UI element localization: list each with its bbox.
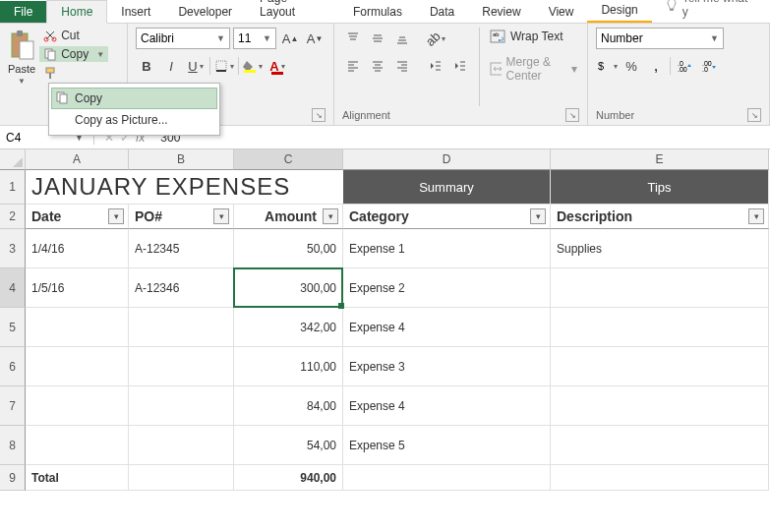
increase-decimal-button[interactable]: .0.00 (674, 55, 695, 77)
col-header-b[interactable]: B (129, 149, 234, 170)
paste-button[interactable]: Paste ▼ (8, 28, 35, 124)
tab-pagelayout[interactable]: Page Layout (246, 0, 339, 23)
row-header-5[interactable]: 5 (0, 308, 26, 347)
tab-design[interactable]: Design (587, 0, 651, 23)
row-header-1[interactable]: 1 (0, 170, 26, 205)
col-header-c[interactable]: C (234, 149, 343, 170)
font-name-combo[interactable]: ▼ (136, 28, 230, 49)
formula-input[interactable]: 300 (154, 131, 770, 145)
filter-date-button[interactable]: ▾ (108, 208, 124, 224)
menu-copy[interactable]: Copy (51, 88, 217, 109)
header-category[interactable]: Category▾ (343, 205, 551, 229)
align-center-button[interactable] (367, 55, 388, 77)
scissors-icon (43, 29, 57, 42)
currency-button[interactable]: $▾ (596, 55, 618, 77)
table-row: 1/4/16A-1234550,00Expense 1Supplies (26, 229, 769, 268)
align-middle-button[interactable] (367, 28, 388, 49)
wrap-text-button[interactable]: abWrap Text (488, 28, 579, 45)
select-all-corner[interactable] (0, 149, 26, 170)
wrap-icon: ab (490, 30, 505, 43)
align-left-button[interactable] (342, 55, 364, 77)
filter-amount-button[interactable]: ▾ (323, 208, 338, 224)
paste-icon (8, 30, 35, 61)
row-header-6[interactable]: 6 (0, 347, 26, 386)
row-headers: 1 2 3 4 5 6 7 8 9 (0, 170, 26, 491)
italic-button[interactable]: I (160, 55, 182, 77)
orientation-button[interactable]: ab▾ (425, 28, 446, 49)
summary-tab-cell[interactable]: Summary (343, 170, 551, 205)
svg-rect-10 (216, 61, 226, 71)
filter-po-button[interactable]: ▾ (213, 208, 229, 224)
align-right-button[interactable] (391, 55, 413, 77)
row-header-8[interactable]: 8 (0, 426, 26, 465)
tips-tab-cell[interactable]: Tips (551, 170, 769, 205)
col-header-d[interactable]: D (343, 149, 551, 170)
svg-rect-2 (17, 30, 23, 36)
table-row: 84,00Expense 4 (26, 386, 769, 426)
copy-dropdown-menu: Copy Copy as Picture... (48, 83, 220, 136)
header-po[interactable]: PO#▾ (129, 205, 234, 229)
tab-home[interactable]: Home (46, 0, 107, 24)
number-dialog-launcher[interactable]: ↘ (747, 108, 761, 122)
tab-developer[interactable]: Developer (164, 1, 246, 23)
increase-font-button[interactable]: A▲ (279, 28, 301, 49)
row-header-2[interactable]: 2 (0, 205, 26, 229)
merge-center-button[interactable]: Merge & Center▾ (488, 53, 579, 85)
font-dialog-launcher[interactable]: ↘ (312, 108, 326, 122)
decrease-font-button[interactable]: A▼ (304, 28, 326, 49)
filter-category-button[interactable]: ▾ (530, 208, 546, 224)
align-top-button[interactable] (342, 28, 364, 49)
tab-data[interactable]: Data (416, 1, 468, 23)
percent-button[interactable]: % (621, 55, 642, 77)
brush-icon (43, 66, 57, 80)
row-header-9[interactable]: 9 (0, 465, 26, 491)
tab-view[interactable]: View (535, 1, 588, 23)
row-header-7[interactable]: 7 (0, 386, 26, 426)
decrease-decimal-button[interactable]: .00.0 (698, 55, 720, 77)
header-description[interactable]: Description▾ (551, 205, 769, 229)
underline-button[interactable]: U▾ (185, 55, 207, 77)
fill-color-button[interactable]: ▾ (242, 55, 264, 77)
table-row: 342,00Expense 4 (26, 308, 769, 347)
group-alignment: ab▾ abWrap Text Merge & Center▾ Alignmen… (334, 24, 588, 125)
comma-button[interactable]: , (645, 55, 667, 77)
table-row: 54,00Expense 5 (26, 426, 769, 465)
cells-area[interactable]: JANUARY EXPENSES Summary Tips Date▾ PO#▾… (26, 170, 769, 491)
decrease-indent-button[interactable] (425, 55, 446, 77)
number-format-combo[interactable]: ▼ (596, 28, 724, 49)
border-icon (214, 59, 228, 73)
font-size-combo[interactable]: ▼ (233, 28, 276, 49)
row-header-4[interactable]: 4 (0, 268, 26, 308)
cut-button[interactable]: Cut (39, 28, 108, 43)
menu-copy-as-picture[interactable]: Copy as Picture... (51, 109, 217, 131)
tab-formulas[interactable]: Formulas (339, 1, 416, 23)
tab-tellme[interactable]: Tell me what y (652, 0, 770, 23)
border-button[interactable]: ▾ (213, 55, 235, 77)
format-painter-button[interactable] (39, 65, 108, 81)
tab-file[interactable]: File (0, 1, 46, 23)
currency-icon: $ (596, 59, 612, 73)
row-header-3[interactable]: 3 (0, 229, 26, 268)
table-row: 1/5/16A-12346300,00Expense 2 (26, 268, 769, 308)
filter-description-button[interactable]: ▾ (748, 208, 764, 224)
tab-insert[interactable]: Insert (107, 1, 164, 23)
title-cell[interactable]: JANUARY EXPENSES (26, 170, 343, 205)
tab-review[interactable]: Review (468, 1, 534, 23)
group-number: ▼ $▾ % , .0.00 .00.0 Number↘ (588, 24, 770, 125)
alignment-dialog-launcher[interactable]: ↘ (565, 108, 579, 122)
bucket-icon (243, 59, 257, 73)
font-color-button[interactable]: A▾ (267, 55, 288, 77)
col-header-e[interactable]: E (551, 149, 769, 170)
copy-icon (43, 47, 57, 61)
bold-button[interactable]: B (136, 55, 157, 77)
svg-rect-12 (244, 70, 256, 73)
header-amount[interactable]: Amount▾ (234, 205, 343, 229)
header-date[interactable]: Date▾ (26, 205, 129, 229)
increase-indent-button[interactable] (449, 55, 471, 77)
copy-icon (55, 90, 69, 104)
align-bottom-button[interactable] (391, 28, 413, 49)
col-header-a[interactable]: A (26, 149, 129, 170)
copy-button[interactable]: Copy▼ (39, 46, 108, 62)
svg-rect-49 (60, 94, 67, 103)
svg-rect-3 (20, 41, 33, 59)
